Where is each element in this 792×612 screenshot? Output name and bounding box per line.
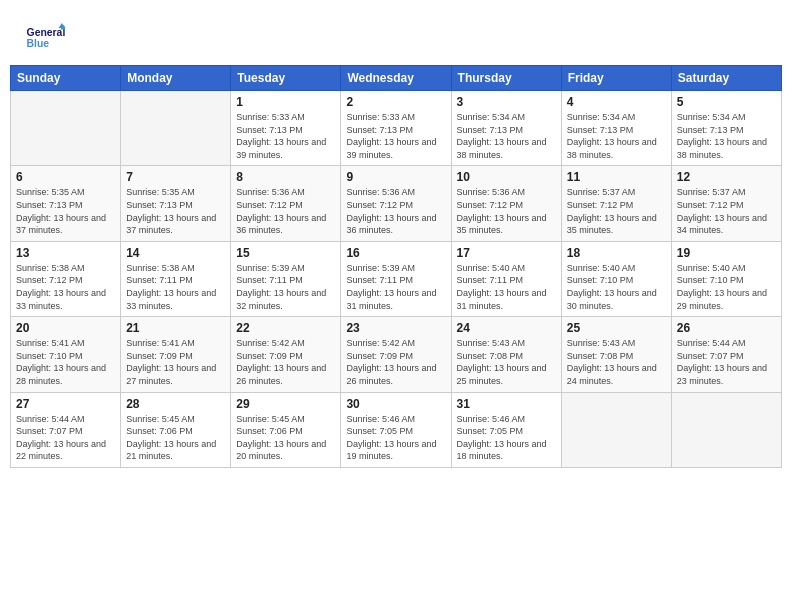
day-info: Sunrise: 5:36 AMSunset: 7:12 PMDaylight:… <box>457 186 556 236</box>
day-number: 5 <box>677 95 776 109</box>
day-number: 10 <box>457 170 556 184</box>
svg-text:Blue: Blue <box>27 38 50 49</box>
calendar-cell: 7Sunrise: 5:35 AMSunset: 7:13 PMDaylight… <box>121 166 231 241</box>
day-number: 18 <box>567 246 666 260</box>
day-info: Sunrise: 5:44 AMSunset: 7:07 PMDaylight:… <box>16 413 115 463</box>
day-info: Sunrise: 5:44 AMSunset: 7:07 PMDaylight:… <box>677 337 776 387</box>
calendar-cell: 28Sunrise: 5:45 AMSunset: 7:06 PMDayligh… <box>121 392 231 467</box>
calendar-cell: 30Sunrise: 5:46 AMSunset: 7:05 PMDayligh… <box>341 392 451 467</box>
weekday-header: Wednesday <box>341 66 451 91</box>
calendar-week-row: 1Sunrise: 5:33 AMSunset: 7:13 PMDaylight… <box>11 91 782 166</box>
day-info: Sunrise: 5:38 AMSunset: 7:11 PMDaylight:… <box>126 262 225 312</box>
day-info: Sunrise: 5:46 AMSunset: 7:05 PMDaylight:… <box>457 413 556 463</box>
calendar-cell: 26Sunrise: 5:44 AMSunset: 7:07 PMDayligh… <box>671 317 781 392</box>
day-info: Sunrise: 5:40 AMSunset: 7:11 PMDaylight:… <box>457 262 556 312</box>
day-number: 8 <box>236 170 335 184</box>
svg-text:General: General <box>27 27 65 38</box>
calendar-cell <box>11 91 121 166</box>
day-number: 12 <box>677 170 776 184</box>
calendar-cell: 31Sunrise: 5:46 AMSunset: 7:05 PMDayligh… <box>451 392 561 467</box>
day-info: Sunrise: 5:35 AMSunset: 7:13 PMDaylight:… <box>16 186 115 236</box>
day-number: 30 <box>346 397 445 411</box>
day-info: Sunrise: 5:37 AMSunset: 7:12 PMDaylight:… <box>677 186 776 236</box>
calendar-cell <box>561 392 671 467</box>
weekday-header-row: SundayMondayTuesdayWednesdayThursdayFrid… <box>11 66 782 91</box>
day-info: Sunrise: 5:41 AMSunset: 7:09 PMDaylight:… <box>126 337 225 387</box>
calendar-cell: 6Sunrise: 5:35 AMSunset: 7:13 PMDaylight… <box>11 166 121 241</box>
day-info: Sunrise: 5:36 AMSunset: 7:12 PMDaylight:… <box>346 186 445 236</box>
calendar-cell: 16Sunrise: 5:39 AMSunset: 7:11 PMDayligh… <box>341 241 451 316</box>
calendar-table: SundayMondayTuesdayWednesdayThursdayFrid… <box>10 65 782 468</box>
calendar-cell: 14Sunrise: 5:38 AMSunset: 7:11 PMDayligh… <box>121 241 231 316</box>
day-info: Sunrise: 5:38 AMSunset: 7:12 PMDaylight:… <box>16 262 115 312</box>
day-info: Sunrise: 5:40 AMSunset: 7:10 PMDaylight:… <box>677 262 776 312</box>
logo-icon: General Blue <box>25 20 65 55</box>
weekday-header: Monday <box>121 66 231 91</box>
page-header: General Blue <box>10 10 782 60</box>
calendar-cell: 17Sunrise: 5:40 AMSunset: 7:11 PMDayligh… <box>451 241 561 316</box>
day-number: 15 <box>236 246 335 260</box>
day-info: Sunrise: 5:36 AMSunset: 7:12 PMDaylight:… <box>236 186 335 236</box>
day-info: Sunrise: 5:43 AMSunset: 7:08 PMDaylight:… <box>567 337 666 387</box>
day-info: Sunrise: 5:41 AMSunset: 7:10 PMDaylight:… <box>16 337 115 387</box>
day-number: 31 <box>457 397 556 411</box>
day-info: Sunrise: 5:33 AMSunset: 7:13 PMDaylight:… <box>236 111 335 161</box>
calendar-cell: 24Sunrise: 5:43 AMSunset: 7:08 PMDayligh… <box>451 317 561 392</box>
day-info: Sunrise: 5:39 AMSunset: 7:11 PMDaylight:… <box>346 262 445 312</box>
day-info: Sunrise: 5:43 AMSunset: 7:08 PMDaylight:… <box>457 337 556 387</box>
calendar-week-row: 27Sunrise: 5:44 AMSunset: 7:07 PMDayligh… <box>11 392 782 467</box>
day-number: 1 <box>236 95 335 109</box>
calendar-cell <box>671 392 781 467</box>
day-number: 21 <box>126 321 225 335</box>
calendar-cell: 23Sunrise: 5:42 AMSunset: 7:09 PMDayligh… <box>341 317 451 392</box>
calendar-cell: 12Sunrise: 5:37 AMSunset: 7:12 PMDayligh… <box>671 166 781 241</box>
calendar-cell: 29Sunrise: 5:45 AMSunset: 7:06 PMDayligh… <box>231 392 341 467</box>
calendar-cell: 11Sunrise: 5:37 AMSunset: 7:12 PMDayligh… <box>561 166 671 241</box>
day-info: Sunrise: 5:37 AMSunset: 7:12 PMDaylight:… <box>567 186 666 236</box>
weekday-header: Thursday <box>451 66 561 91</box>
day-number: 28 <box>126 397 225 411</box>
day-number: 11 <box>567 170 666 184</box>
day-info: Sunrise: 5:34 AMSunset: 7:13 PMDaylight:… <box>677 111 776 161</box>
calendar-cell: 25Sunrise: 5:43 AMSunset: 7:08 PMDayligh… <box>561 317 671 392</box>
calendar-cell: 3Sunrise: 5:34 AMSunset: 7:13 PMDaylight… <box>451 91 561 166</box>
calendar-cell: 1Sunrise: 5:33 AMSunset: 7:13 PMDaylight… <box>231 91 341 166</box>
day-number: 17 <box>457 246 556 260</box>
calendar-week-row: 6Sunrise: 5:35 AMSunset: 7:13 PMDaylight… <box>11 166 782 241</box>
day-info: Sunrise: 5:39 AMSunset: 7:11 PMDaylight:… <box>236 262 335 312</box>
day-info: Sunrise: 5:42 AMSunset: 7:09 PMDaylight:… <box>236 337 335 387</box>
calendar-cell <box>121 91 231 166</box>
calendar-cell: 13Sunrise: 5:38 AMSunset: 7:12 PMDayligh… <box>11 241 121 316</box>
day-info: Sunrise: 5:42 AMSunset: 7:09 PMDaylight:… <box>346 337 445 387</box>
day-number: 6 <box>16 170 115 184</box>
day-number: 22 <box>236 321 335 335</box>
day-number: 20 <box>16 321 115 335</box>
day-number: 23 <box>346 321 445 335</box>
calendar-week-row: 20Sunrise: 5:41 AMSunset: 7:10 PMDayligh… <box>11 317 782 392</box>
day-info: Sunrise: 5:45 AMSunset: 7:06 PMDaylight:… <box>236 413 335 463</box>
weekday-header: Sunday <box>11 66 121 91</box>
calendar-cell: 8Sunrise: 5:36 AMSunset: 7:12 PMDaylight… <box>231 166 341 241</box>
calendar-cell: 5Sunrise: 5:34 AMSunset: 7:13 PMDaylight… <box>671 91 781 166</box>
day-number: 13 <box>16 246 115 260</box>
day-info: Sunrise: 5:34 AMSunset: 7:13 PMDaylight:… <box>567 111 666 161</box>
calendar-cell: 15Sunrise: 5:39 AMSunset: 7:11 PMDayligh… <box>231 241 341 316</box>
day-info: Sunrise: 5:46 AMSunset: 7:05 PMDaylight:… <box>346 413 445 463</box>
day-number: 26 <box>677 321 776 335</box>
day-info: Sunrise: 5:35 AMSunset: 7:13 PMDaylight:… <box>126 186 225 236</box>
logo: General Blue <box>25 20 65 55</box>
day-number: 9 <box>346 170 445 184</box>
day-number: 7 <box>126 170 225 184</box>
calendar-cell: 21Sunrise: 5:41 AMSunset: 7:09 PMDayligh… <box>121 317 231 392</box>
calendar-cell: 9Sunrise: 5:36 AMSunset: 7:12 PMDaylight… <box>341 166 451 241</box>
weekday-header: Tuesday <box>231 66 341 91</box>
day-info: Sunrise: 5:40 AMSunset: 7:10 PMDaylight:… <box>567 262 666 312</box>
calendar-cell: 2Sunrise: 5:33 AMSunset: 7:13 PMDaylight… <box>341 91 451 166</box>
day-number: 29 <box>236 397 335 411</box>
day-number: 16 <box>346 246 445 260</box>
day-info: Sunrise: 5:33 AMSunset: 7:13 PMDaylight:… <box>346 111 445 161</box>
calendar-cell: 19Sunrise: 5:40 AMSunset: 7:10 PMDayligh… <box>671 241 781 316</box>
calendar-week-row: 13Sunrise: 5:38 AMSunset: 7:12 PMDayligh… <box>11 241 782 316</box>
day-info: Sunrise: 5:34 AMSunset: 7:13 PMDaylight:… <box>457 111 556 161</box>
day-number: 3 <box>457 95 556 109</box>
